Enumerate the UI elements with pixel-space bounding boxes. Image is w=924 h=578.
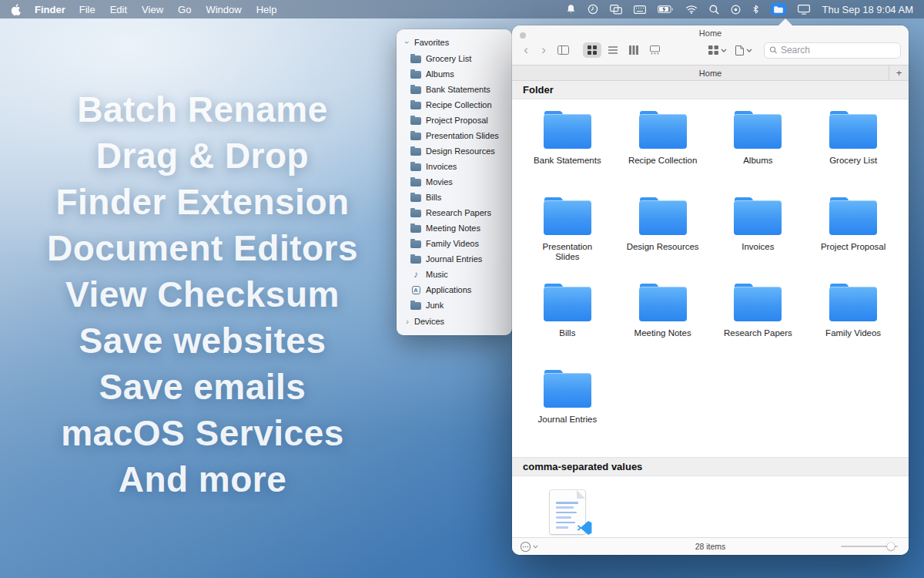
folder-icon xyxy=(734,200,782,235)
keyboard-icon[interactable] xyxy=(634,5,646,14)
folder-item[interactable]: Design Resources xyxy=(615,198,711,284)
csv-file-icon xyxy=(550,490,585,534)
folder-item-label: Project Proposal xyxy=(821,242,886,252)
sidebar-item[interactable]: Invoices xyxy=(410,159,504,174)
chevron-right-icon[interactable]: › xyxy=(404,317,410,326)
apple-logo-icon[interactable] xyxy=(11,4,21,15)
folder-icon xyxy=(829,287,877,321)
list-view-button[interactable] xyxy=(604,42,622,58)
sidebar-item[interactable]: Bank Statements xyxy=(410,82,504,97)
sidebar-devices-header[interactable]: › Devices xyxy=(404,314,504,328)
notifications-icon[interactable] xyxy=(566,4,576,15)
new-tab-button[interactable]: + xyxy=(889,66,909,80)
battery-icon[interactable] xyxy=(658,5,674,13)
menu-item[interactable]: Window xyxy=(206,4,241,15)
status-bar: 28 items xyxy=(512,537,909,555)
bluetooth-icon[interactable] xyxy=(752,4,759,15)
sidebar-item-label: Journal Entries xyxy=(426,254,482,264)
menu-item[interactable]: File xyxy=(79,4,95,15)
back-button[interactable]: ‹ xyxy=(520,43,532,57)
sidebar-item[interactable]: Applications xyxy=(410,282,504,297)
window-close-button[interactable] xyxy=(520,32,526,39)
folder-item-label: Meeting Notes xyxy=(634,328,691,338)
folder-icon xyxy=(410,256,421,264)
menu-item[interactable]: View xyxy=(142,4,163,15)
folder-item[interactable]: Bank Statements xyxy=(520,112,615,198)
chevron-down-icon[interactable]: › xyxy=(403,39,412,45)
slider-thumb[interactable] xyxy=(887,543,895,550)
sidebar-item[interactable]: Presentation Slides xyxy=(410,128,504,143)
sidebar-item[interactable]: Junk xyxy=(410,297,504,313)
status-action-menu[interactable] xyxy=(520,541,538,553)
sidebar-item-label: Grocery List xyxy=(426,54,471,63)
toolbar: ‹ › xyxy=(518,40,902,60)
menu-bar-clock[interactable]: Thu Sep 18 9:04 AM xyxy=(822,4,913,15)
music-icon xyxy=(410,270,421,279)
group-by-dropdown[interactable] xyxy=(707,42,728,58)
folder-item-label: Family Videos xyxy=(825,328,881,338)
section-header-csv: comma-separated values xyxy=(512,457,909,476)
action-dropdown[interactable] xyxy=(734,42,754,58)
favorites-label: Favorites xyxy=(414,38,449,47)
folder-item[interactable]: Albums xyxy=(711,112,806,198)
sidebar-item[interactable]: Project Proposal xyxy=(410,113,504,128)
sidebar-item[interactable]: Design Resources xyxy=(410,143,504,159)
folder-item[interactable]: Bills xyxy=(520,284,615,371)
folder-icon xyxy=(410,117,421,125)
sidebar-item[interactable]: Meeting Notes xyxy=(410,220,504,236)
folder-item[interactable]: Journal Entries xyxy=(520,371,615,457)
folder-item-label: Presentation Slides xyxy=(530,242,605,262)
folder-item[interactable]: Presentation Slides xyxy=(520,198,615,284)
sidebar-item[interactable]: Grocery List xyxy=(410,51,504,66)
forward-button[interactable]: › xyxy=(537,43,550,57)
folder-item[interactable]: Project Proposal xyxy=(805,198,901,284)
search-input[interactable] xyxy=(781,45,896,55)
menu-item[interactable]: Edit xyxy=(110,4,127,15)
folder-item[interactable]: Invoices xyxy=(711,198,806,284)
wifi-icon[interactable] xyxy=(685,5,698,14)
desktop-feature-line: Drag & Drop xyxy=(11,133,394,179)
sidebar-item[interactable]: Journal Entries xyxy=(410,251,504,267)
sidebar-item[interactable]: Bills xyxy=(410,190,504,205)
desktop-feature-line: Batch Rename xyxy=(11,86,394,133)
search-field[interactable] xyxy=(764,42,901,59)
menu-bar-status-area xyxy=(566,3,810,15)
icon-view-button[interactable] xyxy=(583,42,601,58)
folder-icon xyxy=(829,114,877,149)
sidebar-item[interactable]: Recipe Collection xyxy=(410,97,504,113)
active-app-name[interactable]: Finder xyxy=(35,4,65,15)
capture-icon[interactable] xyxy=(731,5,741,15)
time-machine-icon[interactable] xyxy=(588,4,598,15)
vscode-badge-icon xyxy=(576,519,593,536)
folder-item-label: Albums xyxy=(743,156,772,166)
file-item[interactable]: User Feedback.csv xyxy=(520,489,615,537)
windows-icon[interactable] xyxy=(610,5,622,15)
menu-item[interactable]: Go xyxy=(178,4,191,15)
files-app-icon[interactable] xyxy=(771,3,786,15)
spotlight-icon[interactable] xyxy=(709,5,719,15)
sidebar-toggle-button[interactable] xyxy=(555,42,571,58)
sidebar-item[interactable]: Family Videos xyxy=(410,236,504,251)
menu-item[interactable]: Help xyxy=(256,4,277,15)
folder-item[interactable]: Recipe Collection xyxy=(615,112,711,198)
icon-size-slider[interactable] xyxy=(841,542,898,551)
folder-item[interactable]: Meeting Notes xyxy=(615,284,711,371)
sidebar-item-label: Applications xyxy=(426,285,471,294)
folder-icon xyxy=(829,200,877,235)
displays-icon[interactable] xyxy=(798,5,810,15)
sidebar-item-label: Movies xyxy=(426,177,453,187)
tab-home[interactable]: Home xyxy=(512,69,909,78)
column-view-button[interactable] xyxy=(624,42,643,58)
sidebar-item[interactable]: Movies xyxy=(410,174,504,190)
folder-icon xyxy=(410,179,421,187)
sidebar-item[interactable]: Albums xyxy=(410,66,504,82)
sidebar-item[interactable]: Research Papers xyxy=(410,205,504,220)
folder-item[interactable]: Grocery List xyxy=(805,112,901,198)
folder-item[interactable]: Research Papers xyxy=(711,284,806,371)
sidebar-item[interactable]: Music xyxy=(410,267,504,282)
sidebar-favorites-header[interactable]: › Favorites xyxy=(404,35,504,49)
devices-label: Devices xyxy=(414,317,444,326)
gallery-view-button[interactable] xyxy=(645,42,664,58)
sidebar-item-label: Presentation Slides xyxy=(426,131,499,140)
folder-item[interactable]: Family Videos xyxy=(805,284,901,371)
